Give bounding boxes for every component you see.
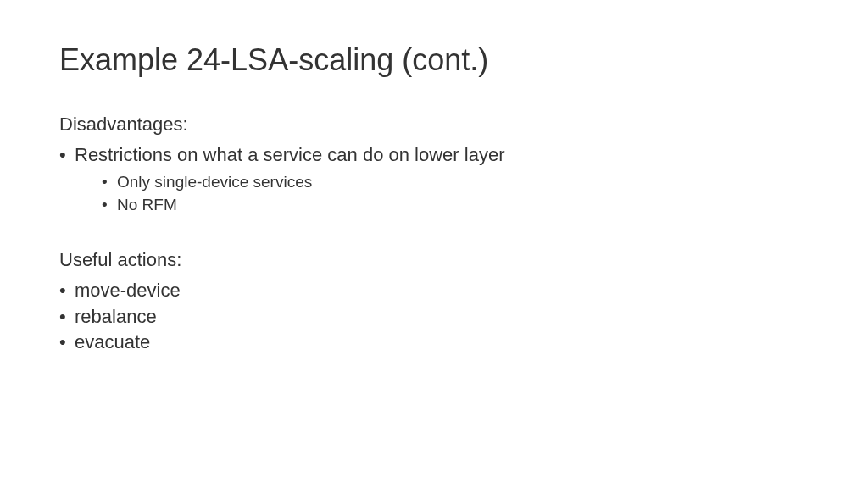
section-heading-useful-actions: Useful actions: bbox=[59, 249, 809, 271]
list-item: rebalance bbox=[59, 304, 809, 330]
slide-title: Example 24-LSA-scaling (cont.) bbox=[59, 42, 809, 78]
section-heading-disadvantages: Disadvantages: bbox=[59, 114, 809, 136]
list-item: move-device bbox=[59, 278, 809, 304]
sub-bullet-list: Only single-device services No RFM bbox=[75, 170, 809, 217]
list-item: Restrictions on what a service can do on… bbox=[59, 142, 809, 217]
bullet-list-disadvantages: Restrictions on what a service can do on… bbox=[59, 142, 809, 217]
list-item-text: Restrictions on what a service can do on… bbox=[75, 144, 504, 165]
section-useful-actions: Useful actions: move-device rebalance ev… bbox=[59, 249, 809, 356]
section-disadvantages: Disadvantages: Restrictions on what a se… bbox=[59, 114, 809, 217]
bullet-list-useful-actions: move-device rebalance evacuate bbox=[59, 278, 809, 356]
sub-list-item: No RFM bbox=[102, 193, 809, 217]
sub-list-item: Only single-device services bbox=[102, 170, 809, 194]
list-item: evacuate bbox=[59, 330, 809, 356]
